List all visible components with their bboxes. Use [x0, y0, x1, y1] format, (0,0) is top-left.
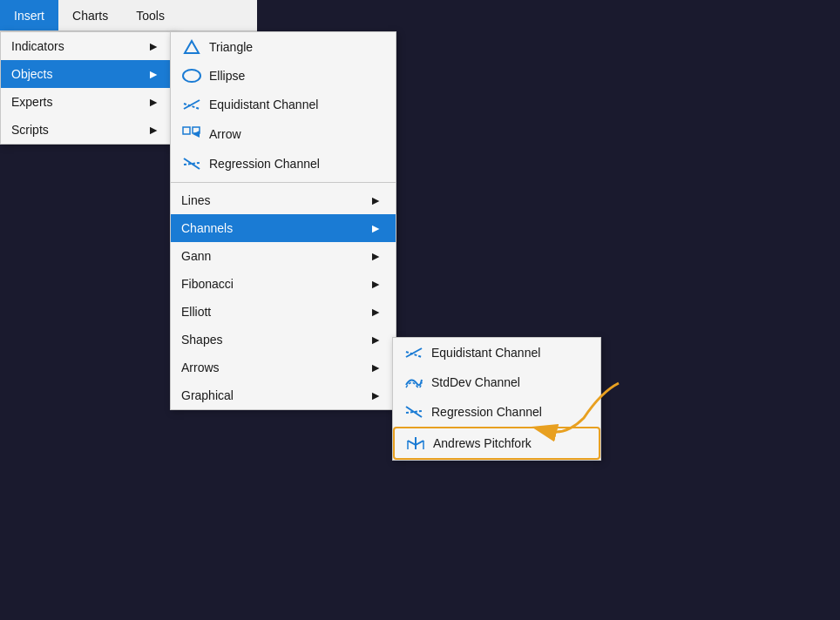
menu-item-arrow[interactable]: Arrow: [171, 119, 396, 149]
arrow-icon: ►: [356, 333, 382, 347]
arrow-shapes-icon: [181, 126, 202, 142]
arrow-icon: ►: [356, 249, 382, 263]
menu-item-gann[interactable]: Gann ►: [171, 242, 396, 270]
arrow-icon: ►: [356, 193, 382, 207]
menu-item-objects[interactable]: Objects ►: [1, 60, 173, 88]
stddev-channel-icon: [403, 374, 424, 390]
menu-item-shapes[interactable]: Shapes ►: [171, 326, 396, 354]
menu-item-regression-channel[interactable]: Regression Channel: [171, 149, 396, 179]
arrow-icon: ►: [133, 39, 159, 53]
equidistant-channel-sub-icon: [403, 345, 424, 361]
menu-item-ellipse[interactable]: Ellipse: [171, 62, 396, 90]
regression-channel-icon: [181, 156, 202, 172]
arrow-icon: ►: [133, 67, 159, 81]
arrow-annotation: [505, 374, 627, 462]
ellipse-icon: [181, 69, 202, 83]
menu-item-graphical[interactable]: Graphical ►: [171, 381, 396, 409]
arrow-icon: ►: [133, 123, 159, 137]
menu-item-lines[interactable]: Lines ►: [171, 186, 396, 214]
equidistant-channel-icon: [181, 97, 202, 112]
arrow-icon: ►: [356, 361, 382, 374]
arrow-icon: ►: [356, 388, 382, 402]
regression-channel-sub-icon: [403, 404, 424, 420]
menu-charts[interactable]: Charts: [58, 0, 122, 30]
arrow-icon: ►: [356, 277, 382, 291]
menubar: Insert Charts Tools: [0, 0, 257, 31]
svg-point-1: [183, 70, 200, 82]
menu-item-scripts[interactable]: Scripts ►: [1, 116, 173, 144]
svg-rect-4: [183, 127, 190, 134]
menu-insert[interactable]: Insert: [0, 0, 58, 30]
objects-menu: Triangle Ellipse Equidistant Channel: [170, 31, 396, 410]
menu-item-experts[interactable]: Experts ►: [1, 88, 173, 116]
svg-marker-5: [193, 131, 200, 138]
svg-line-14: [408, 441, 416, 445]
menu-item-channels[interactable]: Channels ►: [171, 214, 396, 242]
menu-tools[interactable]: Tools: [122, 0, 179, 30]
insert-menu: Indicators ► Objects ► Experts ► Scripts…: [0, 31, 174, 145]
menu-item-indicators[interactable]: Indicators ►: [1, 32, 173, 60]
separator: [171, 182, 396, 183]
menu-item-equidistant-channel[interactable]: Equidistant Channel: [171, 90, 396, 119]
menu-item-triangle[interactable]: Triangle: [171, 32, 396, 62]
menu-item-arrows[interactable]: Arrows ►: [171, 354, 396, 381]
arrow-icon: ►: [133, 95, 159, 109]
pitchfork-icon: [405, 435, 426, 451]
svg-line-15: [416, 441, 423, 445]
menu-item-elliott[interactable]: Elliott ►: [171, 298, 396, 326]
arrow-icon: ►: [356, 305, 382, 319]
triangle-icon: [181, 39, 202, 55]
svg-marker-0: [185, 41, 199, 53]
menu-item-equidistant-channel-sub[interactable]: Equidistant Channel: [393, 338, 600, 367]
menu-item-fibonacci[interactable]: Fibonacci ►: [171, 270, 396, 298]
arrow-icon: ►: [356, 221, 382, 235]
